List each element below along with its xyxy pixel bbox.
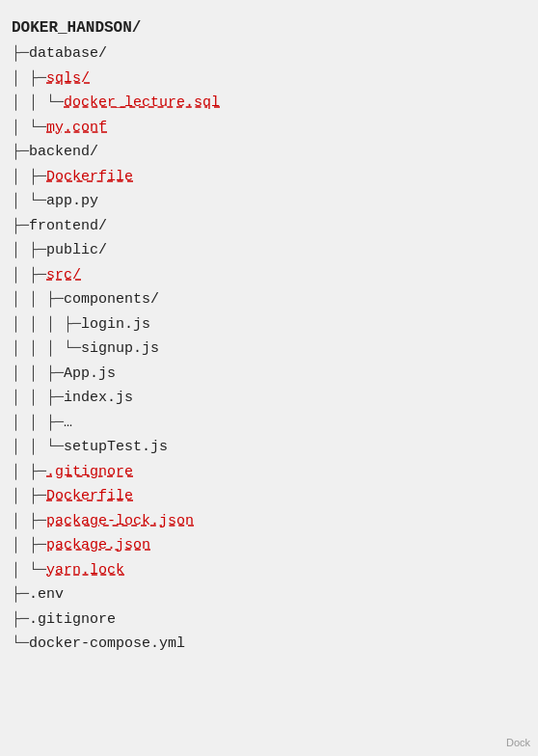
package-lock-json[interactable]: package-lock.json	[46, 509, 194, 534]
file-tree: DOKER_HANDSON/ ├─ database/│ ├─ sqls/│ │…	[12, 15, 526, 657]
gitignore-fe[interactable]: .gitignore	[46, 460, 133, 485]
docker-compose-yml: docker-compose.yml	[29, 632, 185, 657]
tree-prefix: ├─	[12, 41, 29, 67]
list-item: ├─ database/	[12, 41, 526, 67]
tree-prefix: │ │ ├─	[12, 386, 64, 411]
tree-prefix: ├─	[12, 582, 29, 608]
setup-test-js: setupTest.js	[64, 435, 168, 460]
list-item: ├─ backend/	[12, 140, 526, 165]
tree-prefix: ├─	[12, 214, 29, 239]
list-item: │ │ ├─ …	[12, 411, 526, 436]
signup-js: signup.js	[81, 337, 159, 362]
list-item: │ │ ├─ components/	[12, 287, 526, 312]
yarn-lock[interactable]: yarn.lock	[46, 558, 124, 583]
list-item: │ │ │ └─ signup.js	[12, 337, 526, 362]
tree-prefix: │ │ ├─	[12, 411, 64, 436]
list-item: ├─ .gitignore	[12, 608, 526, 633]
public-dir: public/	[46, 238, 107, 263]
tree-prefix: ├─	[12, 608, 29, 633]
gitignore-root: .gitignore	[29, 608, 116, 633]
watermark: Dock	[506, 737, 530, 748]
list-item: │ ├─ public/	[12, 238, 526, 263]
package-json[interactable]: package.json	[46, 533, 150, 558]
list-item: │ │ ├─ index.js	[12, 386, 526, 411]
tree-prefix: │ ├─	[12, 460, 46, 485]
list-item: │ ├─ package-lock.json	[12, 509, 526, 534]
sqls-dir[interactable]: sqls/	[46, 67, 90, 92]
tree-prefix: │ └─	[12, 189, 46, 214]
frontend-dir: frontend/	[29, 214, 107, 239]
dockerfile-fe[interactable]: Dockerfile	[46, 484, 133, 509]
my-conf[interactable]: my.conf	[46, 116, 107, 141]
docker-lecture-sql[interactable]: docker_lecture.sql	[64, 91, 220, 116]
tree-prefix: │ │ └─	[12, 435, 64, 460]
tree-root: DOKER_HANDSON/	[12, 15, 526, 41]
list-item: └─ docker-compose.yml	[12, 632, 526, 657]
backend-dir: backend/	[29, 140, 98, 165]
list-item: │ ├─ sqls/	[12, 67, 526, 92]
list-item: │ ├─ Dockerfile	[12, 484, 526, 509]
tree-prefix: │ │ └─	[12, 91, 64, 116]
tree-prefix: │ │ │ └─	[12, 337, 81, 362]
env-file: .env	[29, 582, 64, 608]
list-item: │ └─ my.conf	[12, 116, 526, 141]
tree-prefix: │ ├─	[12, 484, 46, 509]
list-item: │ │ └─ docker_lecture.sql	[12, 91, 526, 116]
backend-dockerfile[interactable]: Dockerfile	[46, 165, 133, 190]
list-item: │ ├─ package.json	[12, 533, 526, 558]
list-item: │ │ │ ├─ login.js	[12, 312, 526, 338]
tree-prefix: │ │ ├─	[12, 287, 64, 312]
tree-prefix: │ │ │ ├─	[12, 312, 81, 338]
root-label: DOKER_HANDSON/	[12, 15, 141, 41]
index-js: index.js	[64, 386, 133, 411]
tree-prefix: │ │ ├─	[12, 362, 64, 387]
tree-prefix: │ ├─	[12, 509, 46, 534]
src-dir[interactable]: src/	[46, 263, 81, 288]
login-js: login.js	[81, 312, 150, 338]
tree-prefix: │ ├─	[12, 67, 46, 92]
list-item: │ │ ├─ App.js	[12, 362, 526, 387]
list-item: ├─ .env	[12, 582, 526, 608]
tree-prefix: │ ├─	[12, 165, 46, 190]
list-item: │ ├─ .gitignore	[12, 460, 526, 485]
list-item: │ ├─Dockerfile	[12, 165, 526, 190]
list-item: │ ├─ src/	[12, 263, 526, 288]
tree-prefix: │ ├─	[12, 263, 46, 288]
tree-prefix: └─	[12, 632, 29, 657]
list-item: │ └─ yarn.lock	[12, 558, 526, 583]
tree-prefix: ├─	[12, 140, 29, 165]
ellipsis: …	[64, 411, 72, 436]
tree-prefix: │ ├─	[12, 238, 46, 263]
components-dir: components/	[64, 287, 159, 312]
list-item: ├─ frontend/	[12, 214, 526, 239]
list-item: │ │ └─ setupTest.js	[12, 435, 526, 460]
database-dir: database/	[29, 41, 107, 67]
app-py: app.py	[46, 189, 98, 214]
tree-prefix: │ └─	[12, 116, 46, 141]
tree-prefix: │ ├─	[12, 533, 46, 558]
app-js: App.js	[64, 362, 116, 387]
tree-prefix: │ └─	[12, 558, 46, 583]
list-item: │ └─ app.py	[12, 189, 526, 214]
